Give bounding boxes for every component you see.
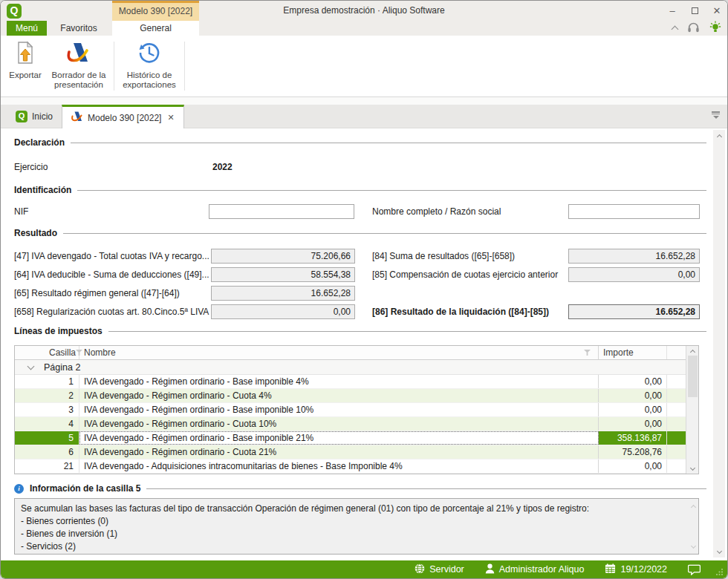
nombre-input[interactable] [568,204,700,219]
window-title: Empresa demostración · Aliquo Software [1,1,727,21]
field-86-label: [86] Resultado de la liquidación ([84]-[… [372,304,549,319]
borrador-presentacion-button[interactable]: Borrador de la presentación [47,36,111,96]
title-bar: Q Modelo 390 [2022] Empresa demostración… [1,1,727,21]
tab-general[interactable]: General [112,21,199,36]
scroll-up-icon[interactable] [689,350,695,355]
chat-bubble-icon[interactable] [688,564,701,575]
ejercicio-label: Ejercicio [14,160,48,174]
headphones-support-icon[interactable] [687,22,700,36]
ideas-lightbulb-icon[interactable] [709,21,721,36]
nombre-label: Nombre completo / Razón social [372,204,501,219]
section-lineas-impuestos: Líneas de impuestos [14,326,706,336]
aeat-logo-icon [67,41,91,68]
exportar-button[interactable]: Exportar [4,36,47,96]
tax-lines-table: Casilla Nombre Importe Página 2 1 [14,345,699,474]
filter-icon[interactable] [584,347,591,358]
column-header-nombre[interactable]: Nombre [79,346,599,359]
field-85-label: [85] Compensación de cuotas ejercicio an… [372,267,558,282]
history-clock-icon [137,41,161,68]
info-text-box: Se acumulan las bases las facturas del t… [14,498,699,555]
scrollbar-thumb[interactable] [688,356,698,397]
table-row[interactable]: 2 IVA devengado - Régimen ordinario - Cu… [15,389,686,403]
ribbon-divider [114,42,114,91]
ribbon-divider [184,42,185,91]
server-status: Servidor [415,563,464,576]
section-declaracion: Declaración [14,137,706,148]
resize-grip[interactable] [715,568,724,578]
table-header-row: Casilla Nombre Importe [15,346,686,360]
app-window: Q Modelo 390 [2022] Empresa demostración… [0,0,728,579]
contextual-ribbon-tab[interactable]: Modelo 390 [2022] [112,1,199,21]
collapse-group-icon[interactable] [27,363,35,370]
nif-input[interactable] [209,204,354,219]
section-info-casilla: i Información de la casilla 5 [14,483,706,494]
ribbon: Exportar Borrador de la presentación His… [1,36,727,97]
tab-inicio[interactable]: Q Inicio [7,105,62,128]
field-85-value: 0,00 [568,267,700,282]
field-84-value: 16.652,28 [568,249,700,264]
section-resultado: Resultado [14,228,706,238]
tab-favoritos[interactable]: Favoritos [53,21,105,36]
export-document-icon [13,41,37,68]
field-658-value: 0,00 [211,304,355,319]
field-86-value: 16.652,28 [568,304,700,319]
menu-button[interactable]: Menú [7,21,47,36]
table-row[interactable]: 4 IVA devengado - Régimen ordinario - Cu… [15,417,686,431]
page-scrollbar[interactable] [713,130,725,557]
app-logo-icon[interactable]: Q [7,4,22,19]
field-64-label: [64] IVA deducible - Suma de deducciones… [14,267,209,282]
historico-exportaciones-button[interactable]: Histórico de exportaciones [117,36,181,96]
group-row-pagina-2[interactable]: Página 2 [15,360,686,375]
table-row[interactable]: 3 IVA devengado - Régimen ordinario - Ba… [15,403,686,417]
close-tab-icon[interactable]: ✕ [167,113,174,122]
column-header-importe[interactable]: Importe [599,346,667,359]
field-47-value: 75.206,66 [211,249,355,264]
column-header-casilla[interactable]: Casilla [15,346,79,359]
globe-icon [415,563,425,576]
table-row-selected[interactable]: 5 IVA devengado - Régimen ordinario - Ba… [15,431,686,445]
nif-label: NIF [14,204,28,219]
close-button[interactable]: ✕ [711,5,723,16]
table-row[interactable]: 21 IVA devengado - Adquisiciones intraco… [15,459,686,474]
aeat-logo-icon [71,111,83,125]
scroll-down-icon[interactable] [716,549,721,554]
ribbon-tab-row: Menú Favoritos General [1,21,727,36]
work-date[interactable]: 19/12/2022 [605,563,667,576]
status-bar: Servidor Administrador Aliquo 19/12/2022 [1,560,727,578]
field-65-value: 16.652,28 [211,286,355,301]
scroll-down-icon[interactable] [689,465,695,471]
field-64-value: 58.554,38 [211,267,355,282]
app-logo-icon: Q [16,111,27,122]
form-content: Declaración Ejercicio 2022 Identificació… [1,128,727,560]
scroll-up-icon[interactable] [716,134,721,140]
tab-list-icon[interactable] [712,111,720,119]
field-47-label: [47] IVA devengado - Total cuotas IVA y … [14,249,209,264]
ejercicio-value: 2022 [212,160,233,174]
calendar-icon [605,563,616,576]
document-tab-strip: Q Inicio Modelo 390 [2022] ✕ [1,105,727,128]
field-65-label: [65] Resultado régimen general ([47]-[64… [14,286,180,301]
collapse-ribbon-icon[interactable] [672,22,677,35]
table-row[interactable]: 6 IVA devengado - Régimen ordinario - Cu… [15,445,686,459]
current-user: Administrador Aliquo [485,563,585,576]
field-84-label: [84] Suma de resultados ([65]-[658]) [372,249,515,264]
tab-modelo-390[interactable]: Modelo 390 [2022] ✕ [62,105,184,128]
field-658-label: [658] Regularización cuotas art. 80.Cinc… [14,304,209,319]
table-row[interactable]: 1 IVA devengado - Régimen ordinario - Ba… [15,375,686,389]
section-identificacion: Identificación [14,185,706,195]
maximize-button[interactable] [689,5,701,16]
table-scrollbar[interactable] [686,346,698,474]
minimize-button[interactable]: – [666,5,678,16]
ribbon-gap [1,97,727,105]
info-icon: i [14,484,24,494]
user-icon [485,563,495,576]
